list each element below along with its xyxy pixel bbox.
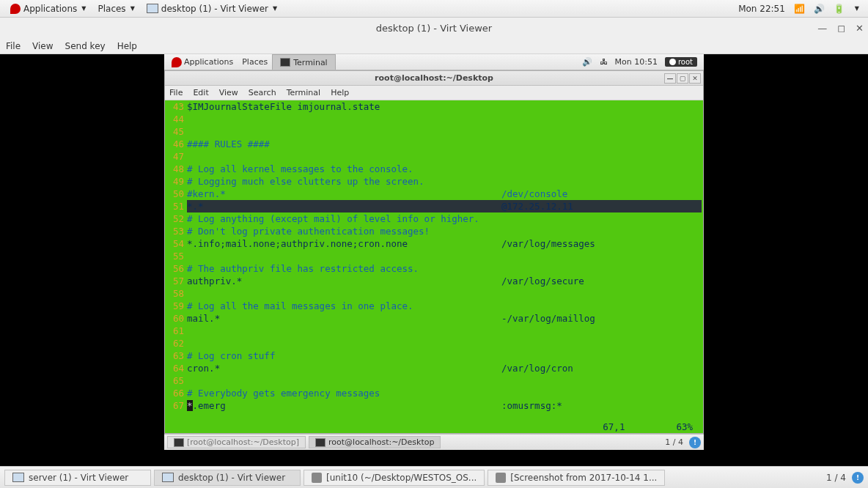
system-menu[interactable]: ▼ (849, 5, 864, 12)
code-line: 67*.emerg :omusrmsg:* (166, 399, 702, 412)
code-line: 51*.* @172.25.12.11 (166, 200, 702, 212)
notification-badge[interactable]: ! (689, 437, 701, 448)
line-number: 54 (166, 237, 187, 250)
line-number: 48 (166, 163, 187, 175)
workspace-indicator[interactable]: 1 / 4 (665, 437, 683, 447)
code-line: 56# The authpriv file has restricted acc… (166, 262, 702, 275)
distro-logo-icon (172, 57, 182, 67)
virt-viewer-window: desktop (1) - Virt Viewer — ◻ ✕ File Vie… (0, 18, 868, 466)
battery-icon[interactable]: 🔋 (829, 4, 849, 14)
guest-places-menu[interactable]: Places (238, 54, 272, 70)
minimize-button[interactable]: — (817, 23, 827, 34)
line-number: 55 (166, 250, 187, 262)
code-line: 49# Logging much else clutters up the sc… (166, 175, 702, 188)
taskbar-item-active[interactable]: root@localhost:~/Desktop (309, 436, 441, 448)
guest-volume-icon[interactable]: 🔊 (578, 57, 596, 67)
taskbar-item[interactable]: [unit10 (~/Desktop/WESTOS_OS... (304, 470, 485, 486)
guest-applications-menu[interactable]: Applications (167, 54, 238, 70)
notification-badge[interactable]: ! (852, 472, 864, 484)
term-menu-file[interactable]: File (169, 88, 183, 97)
vim-status-line: 67,1 63% (165, 421, 703, 433)
menu-send-key[interactable]: Send key (65, 41, 106, 51)
terminal-minimize-button[interactable]: — (664, 73, 676, 84)
terminal-icon (315, 438, 326, 447)
volume-icon[interactable]: 🔊 (809, 4, 829, 14)
terminal-close-button[interactable]: ✕ (689, 73, 701, 84)
code-line: 59# Log all the mail messages in one pla… (166, 300, 702, 312)
network-icon[interactable]: 📶 (790, 4, 809, 14)
image-icon (496, 473, 506, 483)
active-app-menu[interactable]: desktop (1) - Virt Viewer ▼ (141, 0, 283, 17)
code-line: 63# Log cron stuff (166, 350, 702, 362)
code-line: 64cron.* /var/log/cron (166, 362, 702, 374)
scroll-percent: 63% (676, 421, 693, 433)
guest-active-app[interactable]: Terminal (272, 54, 336, 70)
terminal-icon (174, 438, 184, 447)
term-menu-help[interactable]: Help (331, 88, 349, 97)
line-number: 57 (166, 275, 187, 287)
code-content: # Log anything (except mail) of level in… (187, 212, 479, 225)
workspace-indicator[interactable]: 1 / 4 (826, 473, 846, 483)
term-menu-view[interactable]: View (219, 88, 238, 97)
code-content: # Log all kernel messages to the console… (187, 163, 413, 175)
code-content: # Everybody gets emergency messages (187, 387, 380, 399)
code-content: *.emerg :omusrmsg:* (187, 399, 562, 412)
viewer-title-bar: desktop (1) - Virt Viewer — ◻ ✕ (0, 18, 868, 38)
virt-viewer-icon (12, 473, 24, 482)
line-number: 49 (166, 175, 187, 188)
code-line: 43$IMJournalStateFile imjournal.state (166, 100, 702, 113)
clock[interactable]: Mon 22:51 (734, 4, 790, 14)
host-bottom-panel: server (1) - Virt Viewer desktop (1) - V… (0, 466, 868, 488)
code-content: #### RULES #### (187, 138, 270, 150)
term-menu-edit[interactable]: Edit (193, 88, 208, 97)
line-number: 45 (166, 125, 187, 138)
line-number: 44 (166, 113, 187, 125)
taskbar-item[interactable]: server (1) - Virt Viewer (4, 470, 151, 486)
taskbar-item-active[interactable]: desktop (1) - Virt Viewer (154, 470, 301, 486)
line-number: 59 (166, 300, 187, 312)
virt-viewer-icon (147, 4, 158, 13)
line-number: 62 (166, 337, 187, 350)
terminal-menu-bar: File Edit View Search Terminal Help (165, 86, 703, 100)
code-content: #kern.* /dev/console (187, 188, 567, 200)
applications-menu[interactable]: Applications ▼ (4, 0, 92, 17)
cursor-position: 67,1 (603, 421, 625, 433)
active-app-label: desktop (1) - Virt Viewer (161, 4, 268, 14)
code-line: 60mail.* -/var/log/maillog (166, 312, 702, 325)
menu-view[interactable]: View (32, 41, 53, 51)
code-line: 47 (166, 150, 702, 163)
guest-network-icon[interactable]: 🖧 (596, 57, 611, 67)
vim-cursor: * (187, 400, 193, 411)
places-menu[interactable]: Places ▼ (92, 0, 140, 17)
guest-user-menu[interactable]: root (661, 57, 701, 67)
code-content: # The authpriv file has restricted acces… (187, 262, 419, 275)
guest-clock[interactable]: Mon 10:51 (611, 57, 661, 67)
line-number: 61 (166, 325, 187, 337)
viewer-content[interactable]: Applications Places Terminal 🔊 🖧 Mon 10:… (0, 54, 868, 466)
close-button[interactable]: ✕ (856, 23, 864, 34)
menu-file[interactable]: File (6, 41, 21, 51)
code-content: # Log cron stuff (187, 350, 275, 362)
code-line: 54*.info;mail.none;authpriv.none;cron.no… (166, 237, 702, 250)
terminal-body[interactable]: 43$IMJournalStateFile imjournal.state444… (165, 100, 703, 433)
terminal-maximize-button[interactable]: ▢ (677, 73, 688, 84)
code-content: # Don't log private authentication messa… (187, 225, 430, 237)
chevron-down-icon: ▼ (81, 5, 86, 12)
code-content: mail.* -/var/log/maillog (187, 312, 595, 325)
line-number: 51 (166, 200, 187, 212)
line-number: 52 (166, 212, 187, 225)
code-line: 45 (166, 125, 702, 138)
code-line: 62 (166, 337, 702, 350)
maximize-button[interactable]: ◻ (837, 23, 845, 34)
term-menu-terminal[interactable]: Terminal (287, 88, 321, 97)
menu-help[interactable]: Help (117, 41, 137, 51)
terminal-title: root@localhost:~/Desktop (375, 73, 493, 83)
taskbar-item[interactable]: [root@localhost:~/Desktop] (167, 436, 306, 448)
taskbar-item[interactable]: [Screenshot from 2017-10-14 1... (488, 470, 665, 486)
chevron-down-icon: ▼ (130, 5, 135, 12)
code-line: 66# Everybody gets emergency messages (166, 387, 702, 399)
code-content: # Log all the mail messages in one place… (187, 300, 413, 312)
applications-label: Applications (23, 4, 77, 14)
term-menu-search[interactable]: Search (249, 88, 276, 97)
code-content: # Logging much else clutters up the scre… (187, 175, 424, 188)
